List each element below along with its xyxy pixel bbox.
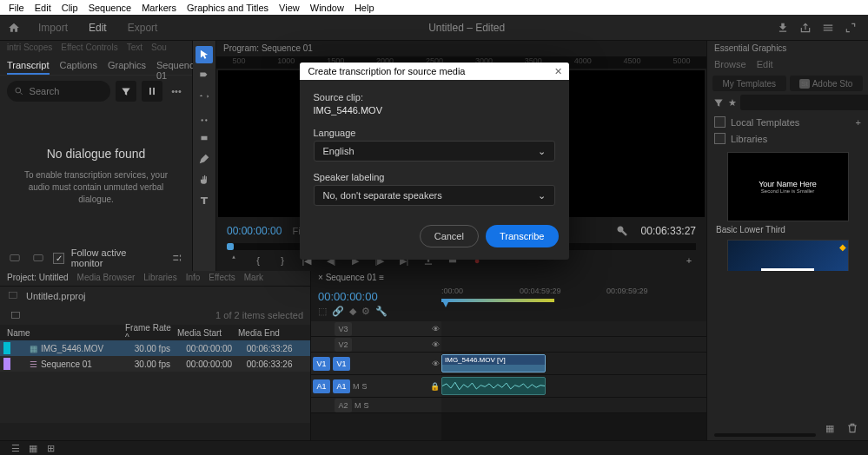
tab-graphics[interactable]: Graphics xyxy=(108,60,146,75)
maximize-icon[interactable] xyxy=(842,19,859,36)
search-input[interactable] xyxy=(30,86,103,96)
mute-icon[interactable]: M xyxy=(353,382,360,391)
pen-tool[interactable] xyxy=(195,150,213,168)
eg-lib-checkbox[interactable] xyxy=(714,133,726,144)
eye-icon[interactable]: 👁 xyxy=(432,340,440,349)
track-a1-target[interactable]: A1 xyxy=(333,379,350,393)
track-v3-target[interactable]: V3 xyxy=(335,322,352,336)
menu-edit[interactable]: Edit xyxy=(30,3,56,13)
ripple-edit-tool[interactable] xyxy=(195,88,213,105)
eg-template-item[interactable]: Your Name HereSecond Line is Smaller Bas… xyxy=(712,152,863,234)
cc-icon[interactable] xyxy=(7,249,23,267)
settings-gear-icon[interactable]: ⚙ xyxy=(361,306,370,317)
tab-media-browser[interactable]: Media Browser xyxy=(77,273,136,284)
tab-markers[interactable]: Mark xyxy=(244,273,263,284)
selection-tool[interactable] xyxy=(195,46,213,63)
wrench-icon[interactable] xyxy=(613,222,631,240)
quick-export-icon[interactable] xyxy=(774,19,792,36)
list-view-icon[interactable]: ☰ xyxy=(7,439,24,455)
tab-captions[interactable]: Captions xyxy=(60,60,97,75)
track-select-tool[interactable] xyxy=(195,67,213,84)
project-item-row[interactable]: ▦IMG_5446.MOV 30.00 fps 00:00:00:00 00:0… xyxy=(0,340,310,356)
lock-icon[interactable]: 🔒 xyxy=(430,382,440,391)
workspace-edit[interactable]: Edit xyxy=(78,22,117,34)
eye-icon[interactable]: 👁 xyxy=(432,325,440,333)
menu-sequence[interactable]: Sequence xyxy=(83,3,137,13)
type-tool[interactable] xyxy=(195,192,213,209)
bin-nav-icon[interactable] xyxy=(7,307,24,324)
icon-view-icon[interactable]: ▦ xyxy=(24,439,42,455)
tab-project[interactable]: Project: Untitled xyxy=(7,273,69,284)
in-point-icon[interactable]: { xyxy=(249,252,267,269)
col-media-end[interactable]: Media End xyxy=(238,328,299,338)
track-v1-target[interactable]: V1 xyxy=(333,357,350,371)
eg-new-icon[interactable]: ▦ xyxy=(821,419,838,437)
menu-clip[interactable]: Clip xyxy=(56,3,83,13)
eg-filter-icon[interactable] xyxy=(712,94,725,111)
menu-graphics[interactable]: Graphics and Titles xyxy=(182,3,274,13)
track-a1-source[interactable]: A1 xyxy=(313,379,330,393)
col-framerate[interactable]: Frame Rate ^ xyxy=(125,323,177,342)
transcript-search[interactable] xyxy=(7,81,110,102)
share-icon[interactable] xyxy=(797,19,814,36)
settings-icon[interactable] xyxy=(169,249,185,267)
work-area-bar[interactable] xyxy=(441,299,554,302)
workspace-import[interactable]: Import xyxy=(28,22,78,34)
plus-icon[interactable]: + xyxy=(856,117,861,128)
audio-clip[interactable] xyxy=(441,377,546,395)
menu-window[interactable]: Window xyxy=(305,3,349,13)
menu-file[interactable]: File xyxy=(3,3,30,13)
timeline-seq-tab[interactable]: × Sequence 01 ≡ xyxy=(318,273,384,282)
home-button[interactable] xyxy=(0,22,28,34)
tab-transcript[interactable]: Transcript xyxy=(7,60,50,75)
pause-button[interactable] xyxy=(142,81,162,102)
solo-icon[interactable]: S xyxy=(364,401,369,410)
mute-icon[interactable]: M xyxy=(354,401,361,410)
solo-icon[interactable]: S xyxy=(362,382,368,391)
tab-lumetri[interactable]: intri Scopes xyxy=(7,43,52,56)
out-point-icon[interactable]: } xyxy=(274,252,291,269)
eg-my-templates[interactable]: My Templates xyxy=(712,76,786,91)
tab-effect-controls[interactable]: Effect Controls xyxy=(61,43,117,56)
eg-template-item[interactable]: LEAGUE PLAY ◆ Gaming Intro xyxy=(712,240,863,271)
add-button-icon[interactable]: + xyxy=(680,252,698,269)
workspace-export[interactable]: Export xyxy=(117,22,169,34)
marker-icon[interactable] xyxy=(225,252,242,269)
timeline-tracks[interactable]: IMG_5446.MOV [V] xyxy=(441,321,706,440)
eg-trash-icon[interactable] xyxy=(844,419,861,437)
language-select[interactable]: English ⌄ xyxy=(314,141,555,162)
tab-source[interactable]: Sou xyxy=(151,43,167,56)
snap-icon[interactable]: ⬚ xyxy=(318,306,327,317)
track-v1-source[interactable]: V1 xyxy=(313,357,330,371)
eg-adobe-stock[interactable]: StAdobe Sto xyxy=(790,76,864,91)
eye-icon[interactable]: 👁 xyxy=(432,359,440,368)
track-a2-target[interactable]: A2 xyxy=(335,399,352,412)
menu-help[interactable]: Help xyxy=(349,3,380,13)
eg-search-input[interactable] xyxy=(740,95,868,110)
tab-info[interactable]: Info xyxy=(186,273,201,284)
transcribe-button[interactable]: Transcribe xyxy=(486,225,559,247)
eg-tab-edit[interactable]: Edit xyxy=(757,59,773,71)
timeline-timecode[interactable]: 00:00:00:00 xyxy=(318,290,434,303)
tab-libraries[interactable]: Libraries xyxy=(143,273,176,284)
eg-tab-browse[interactable]: Browse xyxy=(714,59,746,71)
track-v2-target[interactable]: V2 xyxy=(335,338,352,352)
cancel-button[interactable]: Cancel xyxy=(420,225,479,247)
razor-tool[interactable] xyxy=(195,109,213,126)
slip-tool[interactable] xyxy=(195,129,213,147)
tab-text[interactable]: Text xyxy=(127,43,142,56)
more-options-icon[interactable]: ••• xyxy=(168,82,185,100)
menu-markers[interactable]: Markers xyxy=(136,3,182,13)
link-icon[interactable]: 🔗 xyxy=(332,306,344,317)
eg-star-icon[interactable]: ★ xyxy=(728,94,737,111)
col-media-start[interactable]: Media Start xyxy=(177,328,238,338)
marker-add-icon[interactable]: ◆ xyxy=(349,306,356,317)
eg-zoom-slider[interactable] xyxy=(714,433,816,437)
workspace-menu-icon[interactable] xyxy=(819,19,837,36)
project-item-row[interactable]: ☰Sequence 01 30.00 fps 00:00:00:00 00:06… xyxy=(0,356,310,372)
speaker-select[interactable]: No, don't separate speakers ⌄ xyxy=(314,185,555,206)
follow-monitor-checkbox[interactable] xyxy=(53,253,63,264)
menu-view[interactable]: View xyxy=(274,3,305,13)
col-name[interactable]: Name xyxy=(3,328,125,338)
bin-icon[interactable] xyxy=(7,289,19,303)
